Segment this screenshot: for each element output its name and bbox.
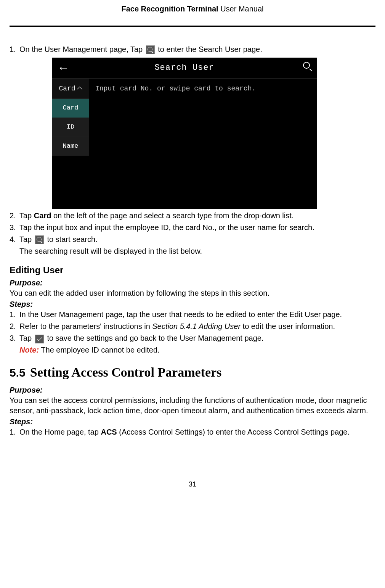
text: Tap — [19, 334, 34, 342]
chevron-up-icon — [77, 87, 82, 92]
page-header: Face Recognition Terminal User Manual — [10, 4, 375, 27]
note-label: Note: — [19, 346, 39, 354]
note-line: Note: The employee ID cannot be edited. — [19, 345, 375, 355]
list-number: 2. — [10, 321, 16, 332]
list-item: 1. On the Home page, tap ACS (Access Con… — [19, 427, 375, 437]
search-button[interactable] — [300, 62, 311, 74]
back-arrow-icon[interactable]: ← — [57, 60, 69, 76]
text: to save the settings and go back to the … — [47, 334, 263, 342]
search-input-placeholder[interactable]: Input card No. or swipe card to search. — [89, 79, 317, 98]
text: Refer to the parameters' instructions in — [19, 322, 152, 330]
text: (Access Control Settings) to enter the A… — [117, 428, 350, 436]
section-5-5-steps: 1. On the Home page, tap ACS (Access Con… — [10, 427, 375, 437]
list-item: 1. In the User Management page, tap the … — [19, 309, 375, 320]
list-number: 2. — [10, 211, 16, 221]
header-rule — [10, 26, 375, 27]
text: Tap — [19, 235, 34, 243]
section-5-5-heading: 5.5Setting Access Control Parameters — [10, 364, 375, 381]
text: The searching result will be displayed i… — [19, 246, 375, 256]
text: to edit the user information. — [241, 322, 335, 330]
header-title-bold: Face Recognition Terminal — [121, 5, 218, 13]
dropdown-options: Card ID Name — [52, 98, 89, 156]
screenshot-results-area — [52, 156, 317, 209]
editing-user-heading: Editing User — [10, 264, 375, 276]
header-title: Face Recognition Terminal User Manual — [119, 4, 265, 14]
list-item: 2. Tap Card on the left of the page and … — [19, 211, 375, 221]
search-icon — [35, 235, 44, 244]
list-number: 1. — [10, 44, 16, 55]
list-item: 4. Tap to start search. The searching re… — [19, 234, 375, 256]
page-number: 31 — [10, 479, 375, 489]
dropdown-option-name[interactable]: Name — [52, 137, 89, 156]
section-title: Setting Access Control Parameters — [30, 365, 222, 379]
header-title-rest: User Manual — [218, 5, 264, 13]
purpose-label: Purpose: — [10, 385, 375, 395]
bold-text: Card — [34, 211, 51, 220]
purpose-label: Purpose: — [10, 278, 375, 288]
list-item: 2. Refer to the parameters' instructions… — [19, 321, 375, 332]
text: to enter the Search User page. — [158, 45, 262, 53]
editing-user-steps: 1. In the User Management page, tap the … — [10, 309, 375, 355]
list-number: 3. — [10, 222, 16, 233]
check-icon — [35, 335, 44, 343]
screenshot-title: Search User — [69, 62, 300, 74]
steps-label: Steps: — [10, 417, 375, 427]
list-number: 1. — [10, 427, 16, 437]
bold-text: ACS — [101, 428, 117, 436]
text: on the left of the page and select a sea… — [51, 211, 294, 220]
steps-label: Steps: — [10, 299, 375, 309]
list-number: 3. — [10, 333, 16, 343]
dropdown-label: Card — [59, 84, 75, 93]
steps-list-1: 1. On the User Management page, Tap to e… — [10, 44, 375, 256]
list-number: 1. — [10, 309, 16, 320]
search-icon — [146, 45, 155, 54]
list-item: 1. On the User Management page, Tap to e… — [19, 44, 375, 209]
text: Tap the input box and input the employee… — [19, 223, 314, 232]
list-item: 3. Tap to save the settings and go back … — [19, 333, 375, 355]
page-content: 1. On the User Management page, Tap to e… — [10, 44, 375, 489]
italic-text: Section 5.4.1 Adding User — [152, 322, 241, 330]
dropdown-option-id[interactable]: ID — [52, 118, 89, 137]
text: On the Home page, tap — [19, 428, 101, 436]
empty-area — [89, 98, 317, 156]
search-user-screenshot: ← Search User Card Input card No. or swi… — [52, 58, 317, 209]
dropdown-button[interactable]: Card — [52, 79, 89, 98]
screenshot-header: ← Search User — [52, 58, 317, 79]
list-item: 3. Tap the input box and input the emplo… — [19, 222, 375, 233]
search-icon — [303, 62, 311, 70]
screenshot-filter-row: Card Input card No. or swipe card to sea… — [52, 79, 317, 98]
text: On the User Management page, Tap — [19, 45, 145, 53]
section-number: 5.5 — [10, 366, 26, 379]
purpose-text: You can set the access control permissio… — [10, 395, 375, 416]
dropdown-option-card[interactable]: Card — [52, 98, 89, 118]
text: In the User Management page, tap the use… — [19, 310, 342, 319]
purpose-text: You can edit the added user information … — [10, 288, 375, 298]
text: Tap — [19, 211, 34, 220]
text: to start search. — [47, 235, 97, 243]
list-number: 4. — [10, 234, 16, 245]
note-text: The employee ID cannot be edited. — [39, 346, 160, 354]
screenshot-body-row: Card ID Name — [52, 98, 317, 156]
